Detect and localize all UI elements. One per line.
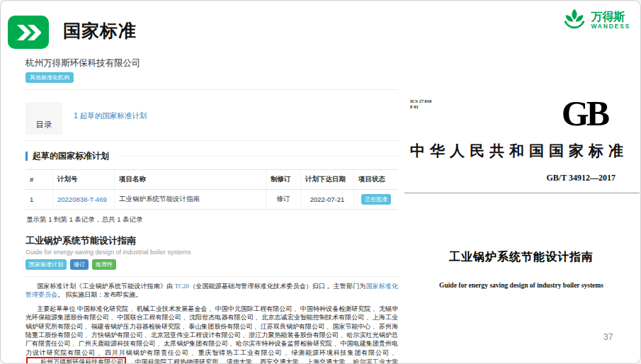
issue-date-cell: 2022-07-21 [301, 190, 354, 210]
row-index: 1 [25, 190, 53, 210]
logo-name-en: WANDESS [591, 23, 630, 30]
badge-recommended: 推荐性 [92, 259, 116, 270]
tc20-link[interactable]: TC20 [175, 283, 190, 290]
para2-text: 主要起草单位 中国标准化研究院 、机械工业技术发展基金会 、中国中元国际工程有限… [25, 305, 398, 356]
company-name: 杭州万得斯环保科技有限公司 [25, 57, 398, 69]
toc-link-drafted-plans[interactable]: 1 起草的国家标准计划 [74, 111, 147, 120]
gb-standard-cover: ICS 27.010 F 01 GB 中华人民共和国国家标准 GB/T 3491… [410, 98, 633, 289]
col-status: 项目状态 [354, 170, 399, 190]
revision-cell: 修订 [266, 190, 301, 210]
double-chevron-icon [8, 16, 49, 49]
para1-text: 。 拟实施日期：发布即实施。 [57, 291, 142, 298]
table-row: 1 20220838-T-469 工业锅炉系统节能设计指南 修订 2022-07… [25, 190, 398, 210]
status-badge: 正在批准 [361, 194, 391, 205]
col-plan-no: 计划号 [53, 170, 115, 190]
highlighted-company: 杭州万得斯环保科技有限公司 [26, 357, 126, 364]
section-header: 起草的国家标准计划 [25, 150, 398, 162]
standard-detail: 工业锅炉系统节能设计指南 Guide for energy-saving des… [25, 234, 398, 364]
paragraph-overview: 国家标准计划《工业锅炉系统节能设计指南》由 TC20（全国能源基础与管理标准化技… [25, 282, 398, 300]
cover-heading: 中华人民共和国国家标准 [410, 141, 633, 161]
table-record-count: 显示第 1 到第 1 条记录，总共 1 条记录 [25, 210, 398, 226]
standards-table: # 计划号 项目名称 制修订 计划下达日期 项目状态 1 20220838-T-… [25, 169, 398, 210]
section-title: 起草的国家标准计划 [33, 150, 109, 162]
toc-label: 目录 [25, 102, 62, 135]
divider [404, 193, 640, 193]
badge-national-plan: 国家标准计划 [25, 259, 67, 270]
standards-webpage-capture: 杭州万得斯环保科技有限公司 其他标准化机构 目录 1 起草的国家标准计划 起草的… [25, 57, 398, 364]
wandess-logo: 万得斯 WANDESS [562, 7, 630, 34]
divider [25, 89, 398, 90]
logo-name-zh: 万得斯 [591, 11, 630, 23]
col-project-name: 项目名称 [115, 170, 266, 190]
para1-text: 国家标准计划《工业锅炉系统节能设计指南》由 [37, 283, 174, 290]
project-name-cell: 工业锅炉系统节能设计指南 [115, 190, 266, 210]
toc-block: 目录 1 起草的国家标准计划 [25, 102, 398, 135]
cover-title-en: Guide for energy saving design of indust… [410, 282, 633, 289]
gb-logo: GB [562, 96, 607, 131]
page-title: 国家标准 [63, 19, 137, 42]
para1-text: （全国能源基础与管理标准化技术委员会）归口 。主管部门为 [189, 283, 365, 290]
col-index: # [25, 170, 53, 190]
col-issue-date: 计划下达日期 [301, 170, 354, 190]
standard-title-zh: 工业锅炉系统节能设计指南 [25, 234, 398, 247]
standard-number: GB/T 34912—2017 [410, 173, 633, 183]
plan-no-link[interactable]: 20220838-T-469 [57, 195, 107, 203]
accent-bar [25, 152, 28, 161]
leaf-icon [562, 7, 586, 34]
cover-title-zh: 工业锅炉系统节能设计指南 [410, 250, 633, 265]
page-number: 37 [603, 332, 613, 342]
standard-title-en: Guide for energy-saving design of indust… [25, 249, 398, 256]
paragraph-drafting-organizations: 主要起草单位 中国标准化研究院 、机械工业技术发展基金会 、中国中元国际工程有限… [25, 305, 398, 364]
badge-revision: 修订 [70, 259, 89, 270]
presentation-slide: 国家标准 万得斯 WANDESS 杭州万得斯环保科技有限公司 其他标准化机构 目… [0, 0, 641, 364]
col-revision: 制修订 [266, 170, 301, 190]
divider [25, 276, 398, 277]
divider [25, 140, 398, 141]
divider [118, 156, 398, 157]
table-header-row: # 计划号 项目名称 制修订 计划下达日期 项目状态 [25, 170, 398, 190]
company-type-badge: 其他标准化机构 [25, 72, 74, 83]
